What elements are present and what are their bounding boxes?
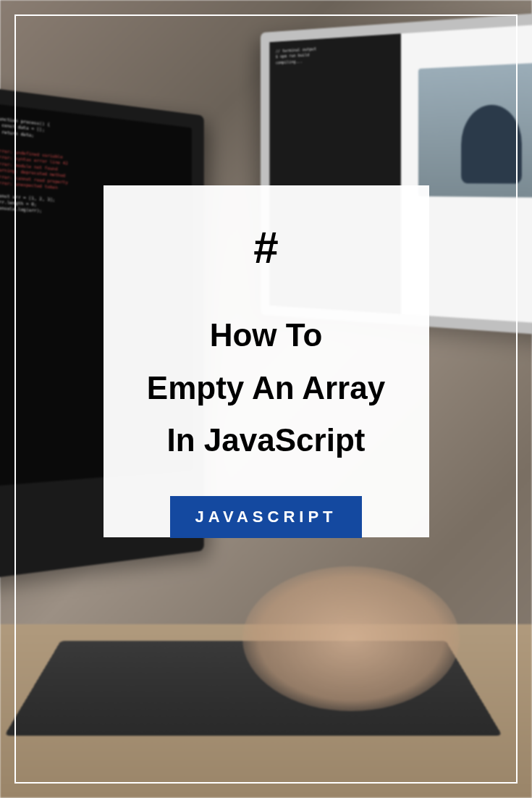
title-line-1: How To [125,309,408,362]
title-line-3: In JavaScript [125,414,408,467]
hands [242,566,460,711]
article-title: How To Empty An Array In JavaScript [125,309,408,467]
category-badge: JAVASCRIPT [170,496,362,538]
hash-icon: # [125,222,408,273]
title-line-2: Empty An Array [125,362,408,415]
title-card: # How To Empty An Array In JavaScript JA… [104,185,429,537]
